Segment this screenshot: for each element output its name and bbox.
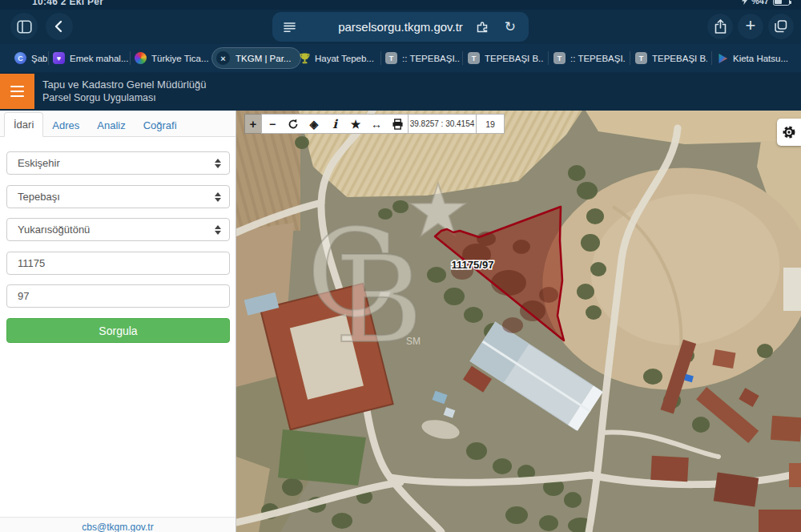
map-toolbar: + − ◈ i ★ ↔ [244,114,505,134]
tabs-overview-button[interactable] [768,14,794,39]
active-tab-tkgm[interactable]: × TKGM | Par... [211,47,301,69]
browser-toolbar: parselsorgu.tkgm.gov.tr ↻ + [0,10,801,44]
favorite-tab[interactable]: T TEPEBAŞI B... [468,44,544,72]
neighborhood-select[interactable]: Yukarısöğütönü [6,218,230,241]
tab-divider [711,51,712,65]
panel-footer: cbs@tkgm.gov.tr [0,517,235,532]
letter-t-favicon: T [553,52,566,64]
province-select[interactable]: Eskişehir [6,151,230,175]
letter-t-favicon: T [385,52,397,64]
app-title-line2: Parsel Sorgu Uygulaması [42,91,207,105]
tab-divider [130,51,131,65]
play-favicon [718,53,728,64]
school-yard [278,429,366,486]
tabs-icon [774,19,788,34]
sidebar-icon [17,20,32,34]
print-icon [392,119,404,130]
select-stepper-icon [215,192,221,202]
map-settings-button[interactable] [777,119,801,146]
parcel-number-input[interactable] [6,284,230,308]
app-title-line1: Tapu ve Kadastro Genel Müdürlüğü [42,78,207,91]
coordinates-display: 39.8257 : 30.4154 [408,114,477,134]
satellite-imagery: C B SM 11175/97 [236,111,801,532]
zoom-out-button[interactable]: − [262,115,283,133]
status-datetime: 10:46 2 Eki Per [32,0,103,7]
map-viewport[interactable]: C B SM 11175/97 + − [236,111,801,532]
print-button[interactable] [387,115,408,133]
tab-adres[interactable]: Adres [43,114,88,137]
tab-divider [548,51,549,65]
tab-divider [380,51,381,65]
favorite-tab[interactable]: Hayat Tepeb... [300,44,376,72]
new-tab-button[interactable]: + [738,14,763,39]
multicolor-favicon [135,52,147,64]
favorites-bar: C Şabl ♥ Emek mahal... Türkiye Tica... ×… [0,44,801,72]
menu-button[interactable] [0,74,34,109]
map-tool-group: − ◈ i ★ ↔ [261,114,409,134]
tab-idari[interactable]: İdari [4,112,43,137]
refresh-icon [288,119,299,130]
page-format-icon[interactable] [284,12,296,42]
battery-percent: %47 [751,0,769,6]
watermark-letter-b: B [335,230,423,369]
contact-email-link[interactable]: cbs@tkgm.gov.tr [82,522,153,532]
favorite-tab[interactable]: C Şabl [14,44,47,72]
district-select[interactable]: Tepebaşı [6,185,230,208]
info-button[interactable]: i [324,115,345,133]
select-stepper-icon [215,159,221,168]
zoom-in-button[interactable]: + [244,114,262,134]
tab-analiz[interactable]: Analiz [88,114,134,137]
letter-t-favicon: T [635,52,647,64]
extensions-icon[interactable] [476,12,489,42]
query-panel: İdari Adres Analiz Coğrafi Eskişehir Tep… [0,111,236,532]
tab-divider [462,51,463,65]
block-number-input[interactable] [6,252,230,275]
trophy-favicon [300,53,310,64]
favorite-button[interactable]: ★ [345,115,366,133]
close-tab-icon[interactable]: × [216,51,230,65]
back-button[interactable] [46,13,73,40]
app-header: Tapu ve Kadastro Genel Müdürlüğü Parsel … [0,72,801,111]
parcel-label: 11175/97 [452,259,494,271]
heart-favicon: ♥ [53,52,65,64]
panel-tabs: İdari Adres Analiz Coğrafi [0,111,235,137]
favorite-tab[interactable]: T TEPEBAŞI B... [635,44,707,72]
favorite-tab[interactable]: T :: TEPEBAŞI... [553,44,626,72]
gear-icon [782,125,796,139]
share-button[interactable] [707,14,733,39]
tab-divider [48,51,49,65]
plus-icon: + [746,18,756,34]
reload-icon[interactable]: ↻ [505,12,516,42]
address-bar[interactable]: parselsorgu.tkgm.gov.tr ↻ [272,12,529,42]
charging-bolt-icon [742,0,747,5]
app-title: Tapu ve Kadastro Genel Müdürlüğü Parsel … [42,78,207,105]
pan-button[interactable]: ◈ [304,115,324,133]
watermark-sub: SM [406,336,421,347]
sidebar-button[interactable] [10,13,38,40]
zoom-level-display: 19 [476,114,505,134]
select-stepper-icon [215,225,221,235]
back-chevron-icon [52,19,66,34]
favorite-tab[interactable]: T :: TEPEBAŞI... [385,44,460,72]
letter-t-favicon: T [468,52,480,64]
refresh-button[interactable] [283,115,304,133]
site-favicon: C [14,52,26,64]
tab-divider [630,51,630,65]
url-text: parselsorgu.tkgm.gov.tr [338,20,463,34]
query-submit-button[interactable]: Sorgula [6,318,230,343]
status-bar: 10:46 2 Eki Per %47 [0,0,801,10]
favorite-tab[interactable]: ♥ Emek mahal... [53,44,128,72]
battery-icon [773,0,790,6]
favorite-tab[interactable]: Kieta Hatsu... [718,44,793,72]
share-icon [714,19,727,34]
measure-button[interactable]: ↔ [366,115,387,133]
favorite-tab[interactable]: Türkiye Tica... [135,44,208,72]
screen: 10:46 2 Eki Per %47 [0,0,801,532]
tab-cografi[interactable]: Coğrafi [135,114,186,137]
